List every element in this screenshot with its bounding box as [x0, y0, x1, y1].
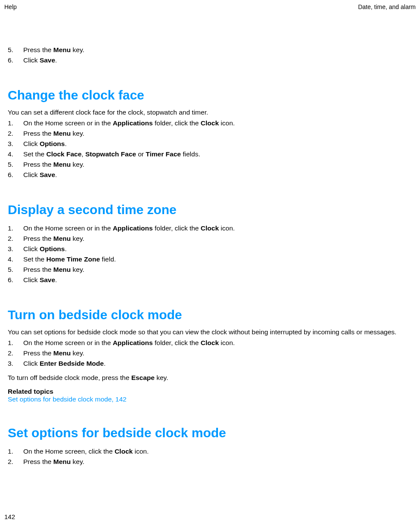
section1-intro: You can set a different clock face for t… — [8, 109, 416, 116]
step-number: 3. — [8, 358, 23, 369]
step-number: 3. — [8, 244, 23, 254]
section2-step-list: 1.On the Home screen or in the Applicati… — [8, 223, 416, 285]
list-item: 6.Click Save. — [8, 275, 416, 285]
list-item: 2.Press the Menu key. — [8, 457, 416, 467]
section3-intro: You can set options for bedside clock mo… — [8, 328, 416, 336]
heading-display-second-time-zone: Display a second time zone — [8, 202, 416, 217]
step-number: 5. — [8, 264, 23, 275]
step-number: 2. — [8, 128, 23, 139]
list-item: 4.Set the Home Time Zone field. — [8, 254, 416, 264]
list-item: 5.Press the Menu key. — [8, 264, 416, 275]
step-text: Press the Menu key. — [23, 264, 84, 275]
page-header: Help Date, time, and alarm — [4, 3, 416, 10]
list-item: 5.Press the Menu key. — [8, 45, 416, 55]
step-number: 1. — [8, 446, 23, 457]
step-text: Press the Menu key. — [23, 457, 84, 467]
section1-step-list: 1.On the Home screen or in the Applicati… — [8, 118, 416, 180]
heading-turn-on-bedside-clock-mode: Turn on bedside clock mode — [8, 308, 416, 322]
step-text: Click Save. — [23, 170, 57, 180]
list-item: 1.On the Home screen or in the Applicati… — [8, 118, 416, 128]
page-content: 5.Press the Menu key.6.Click Save. Chang… — [4, 45, 416, 467]
list-item: 1.On the Home screen, click the Clock ic… — [8, 446, 416, 457]
page-number: 142 — [4, 513, 15, 520]
related-topics-block: Related topics Set options for bedside c… — [8, 388, 416, 403]
intro-step-list: 5.Press the Menu key.6.Click Save. — [8, 45, 416, 65]
list-item: 2.Press the Menu key. — [8, 233, 416, 244]
step-text: On the Home screen or in the Application… — [23, 223, 235, 233]
heading-change-clock-face: Change the clock face — [8, 88, 416, 103]
list-item: 2.Press the Menu key. — [8, 348, 416, 358]
step-text: Press the Menu key. — [23, 348, 84, 358]
section3-step-list: 1.On the Home screen or in the Applicati… — [8, 338, 416, 369]
list-item: 3.Click Options. — [8, 244, 416, 254]
step-number: 6. — [8, 275, 23, 285]
list-item: 4.Set the Clock Face, Stopwatch Face or … — [8, 149, 416, 159]
step-text: On the Home screen or in the Application… — [23, 338, 235, 348]
heading-set-options-bedside-clock-mode: Set options for bedside clock mode — [8, 426, 416, 440]
related-topics-heading: Related topics — [8, 388, 416, 395]
step-text: Click Options. — [23, 139, 67, 149]
step-number: 3. — [8, 139, 23, 149]
section3-after-text: To turn off bedside clock mode, press th… — [8, 374, 416, 382]
step-text: Press the Menu key. — [23, 233, 84, 244]
related-topics-link[interactable]: Set options for bedside clock mode, 142 — [8, 395, 416, 403]
step-text: Click Save. — [23, 55, 57, 65]
step-number: 1. — [8, 338, 23, 348]
step-text: Press the Menu key. — [23, 159, 84, 170]
list-item: 3.Click Options. — [8, 139, 416, 149]
step-number: 2. — [8, 233, 23, 244]
list-item: 6.Click Save. — [8, 55, 416, 65]
step-number: 1. — [8, 223, 23, 233]
step-number: 4. — [8, 254, 23, 264]
step-number: 6. — [8, 170, 23, 180]
section4-step-list: 1.On the Home screen, click the Clock ic… — [8, 446, 416, 467]
list-item: 3.Click Enter Bedside Mode. — [8, 358, 416, 369]
header-left: Help — [4, 3, 17, 10]
list-item: 5.Press the Menu key. — [8, 159, 416, 170]
list-item: 1.On the Home screen or in the Applicati… — [8, 338, 416, 348]
step-text: On the Home screen or in the Application… — [23, 118, 235, 128]
step-number: 6. — [8, 55, 23, 65]
step-number: 2. — [8, 348, 23, 358]
step-text: Set the Clock Face, Stopwatch Face or Ti… — [23, 149, 200, 159]
step-text: Click Options. — [23, 244, 67, 254]
step-text: On the Home screen, click the Clock icon… — [23, 446, 149, 457]
step-number: 5. — [8, 45, 23, 55]
step-text: Press the Menu key. — [23, 128, 84, 139]
step-number: 1. — [8, 118, 23, 128]
step-number: 4. — [8, 149, 23, 159]
step-text: Click Enter Bedside Mode. — [23, 358, 106, 369]
list-item: 1.On the Home screen or in the Applicati… — [8, 223, 416, 233]
step-number: 5. — [8, 159, 23, 170]
list-item: 6.Click Save. — [8, 170, 416, 180]
step-text: Press the Menu key. — [23, 45, 84, 55]
step-text: Click Save. — [23, 275, 57, 285]
header-right: Date, time, and alarm — [358, 3, 416, 10]
step-text: Set the Home Time Zone field. — [23, 254, 116, 264]
list-item: 2.Press the Menu key. — [8, 128, 416, 139]
step-number: 2. — [8, 457, 23, 467]
